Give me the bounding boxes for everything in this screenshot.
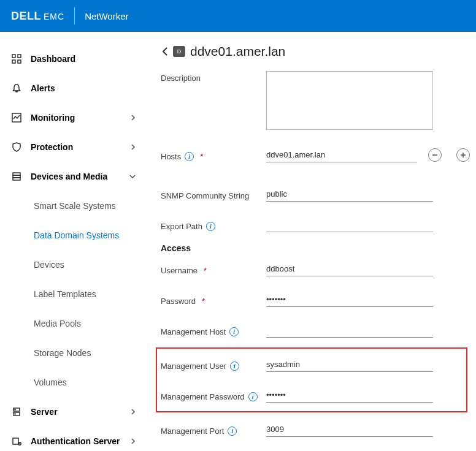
svg-rect-2: [12, 60, 15, 63]
hosts-input[interactable]: [266, 148, 417, 162]
page-title: ddve01.amer.lan: [190, 44, 285, 59]
row-export-path: Export Path i: [161, 211, 470, 238]
row-mgmt-port: Management Port i: [161, 416, 470, 443]
label-export-path: Export Path i: [161, 219, 266, 231]
sidebar-sub-label: Storage Nodes: [34, 348, 91, 358]
storage-icon: [11, 172, 22, 181]
svg-rect-0: [12, 55, 15, 58]
info-icon[interactable]: i: [185, 152, 194, 161]
product-name: NetWorker: [85, 11, 128, 21]
sidebar-item-alerts[interactable]: Alerts: [0, 74, 147, 103]
sidebar-sub-label: Smart Scale Systems: [34, 201, 116, 211]
chevron-right-icon: [130, 438, 136, 445]
row-password: Password *: [161, 286, 470, 313]
add-host-button[interactable]: [456, 148, 470, 162]
mgmt-host-input[interactable]: [266, 323, 433, 338]
sidebar-item-label: Monitoring: [31, 113, 130, 123]
server-icon: [11, 407, 22, 417]
section-access: Access: [161, 243, 470, 253]
svg-point-10: [15, 409, 15, 410]
row-description: Description: [161, 71, 470, 132]
label-mgmt-port: Management Port i: [161, 424, 266, 436]
required-icon: *: [200, 152, 203, 161]
mgmt-port-input[interactable]: [266, 422, 433, 437]
remove-host-button[interactable]: [428, 148, 442, 162]
title-row: D ddve01.amer.lan: [161, 44, 470, 59]
mgmt-password-input[interactable]: [266, 388, 433, 403]
info-icon[interactable]: i: [230, 362, 239, 371]
sidebar-item-label: Authentication Server: [31, 436, 130, 446]
label-mgmt-user-text: Management User: [161, 362, 226, 371]
header-divider: [74, 7, 75, 25]
label-hosts: Hosts i *: [161, 150, 266, 161]
label-mgmt-password: Management Password i: [161, 390, 266, 401]
back-button[interactable]: [161, 46, 169, 57]
sidebar-item-devices-media[interactable]: Devices and Media: [0, 162, 147, 191]
sidebar-item-label: Alerts: [31, 83, 136, 93]
label-username: Username *: [161, 263, 266, 275]
brand-emc: EMC: [44, 12, 64, 21]
sidebar-item-protection[interactable]: Protection: [0, 132, 147, 162]
label-mgmt-port-text: Management Port: [161, 426, 224, 436]
required-icon: *: [204, 266, 207, 275]
row-mgmt-password: Management Password i: [161, 382, 463, 409]
app-header: DELL EMC NetWorker: [0, 0, 476, 32]
description-input[interactable]: [266, 71, 433, 130]
chart-icon: [11, 113, 22, 123]
sidebar-item-auth-server[interactable]: Authentication Server: [0, 426, 147, 451]
info-icon[interactable]: i: [248, 392, 258, 401]
brand-dell: DELL: [11, 10, 41, 23]
sidebar: Dashboard Alerts Monitoring Protection: [0, 32, 147, 451]
label-mgmt-password-text: Management Password: [161, 392, 245, 401]
sidebar-sub-media-pools[interactable]: Media Pools: [0, 309, 147, 338]
export-path-input[interactable]: [266, 218, 433, 232]
sidebar-item-server[interactable]: Server: [0, 397, 147, 426]
sidebar-item-dashboard[interactable]: Dashboard: [0, 44, 147, 74]
chevron-right-icon: [130, 143, 136, 151]
username-input[interactable]: [266, 262, 433, 276]
svg-rect-3: [18, 60, 21, 63]
sidebar-sub-volumes[interactable]: Volumes: [0, 368, 147, 397]
auth-server-icon: [11, 436, 22, 446]
label-password-text: Password: [161, 297, 196, 306]
row-hosts: Hosts i *: [161, 142, 470, 169]
info-icon[interactable]: i: [229, 327, 239, 336]
row-mgmt-user: Management User i: [161, 351, 463, 378]
shield-icon: [11, 142, 22, 152]
label-mgmt-host: Management Host i: [161, 325, 266, 336]
sidebar-sub-storage-nodes[interactable]: Storage Nodes: [0, 338, 147, 368]
sidebar-sub-devices[interactable]: Devices: [0, 250, 147, 279]
sidebar-sub-label: Volumes: [34, 377, 67, 387]
label-username-text: Username: [161, 266, 198, 275]
password-input[interactable]: [266, 292, 433, 307]
label-hosts-text: Hosts: [161, 152, 181, 161]
chevron-right-icon: [130, 114, 136, 121]
label-snmp: SNMP Community String: [161, 189, 266, 200]
sidebar-sub-label: Media Pools: [34, 319, 81, 328]
svg-text:D: D: [177, 48, 182, 55]
snmp-input[interactable]: [266, 187, 433, 202]
sidebar-item-label: Protection: [31, 142, 130, 152]
svg-point-11: [15, 414, 15, 414]
mgmt-user-input[interactable]: [266, 357, 433, 372]
info-icon[interactable]: i: [228, 426, 237, 436]
sidebar-sub-label-templates[interactable]: Label Templates: [0, 279, 147, 309]
row-username: Username *: [161, 256, 470, 282]
sidebar-sub-data-domain[interactable]: Data Domain Systems: [0, 221, 147, 250]
label-password: Password *: [161, 294, 266, 306]
sidebar-sub-label: Data Domain Systems: [34, 230, 119, 240]
label-mgmt-user: Management User i: [161, 359, 266, 371]
info-icon[interactable]: i: [206, 222, 215, 231]
row-snmp: SNMP Community String: [161, 181, 470, 208]
sidebar-sub-smart-scale[interactable]: Smart Scale Systems: [0, 191, 147, 221]
sidebar-item-monitoring[interactable]: Monitoring: [0, 103, 147, 132]
chevron-right-icon: [130, 408, 136, 415]
dashboard-icon: [11, 54, 22, 64]
svg-rect-7: [13, 178, 20, 180]
sidebar-item-label: Devices and Media: [31, 172, 129, 181]
main-panel: D ddve01.amer.lan Description Hosts i *: [147, 32, 476, 451]
sidebar-item-label: Server: [31, 407, 130, 417]
label-mgmt-host-text: Management Host: [161, 327, 226, 336]
bell-icon: [11, 83, 22, 93]
brand: DELL EMC: [11, 10, 64, 23]
